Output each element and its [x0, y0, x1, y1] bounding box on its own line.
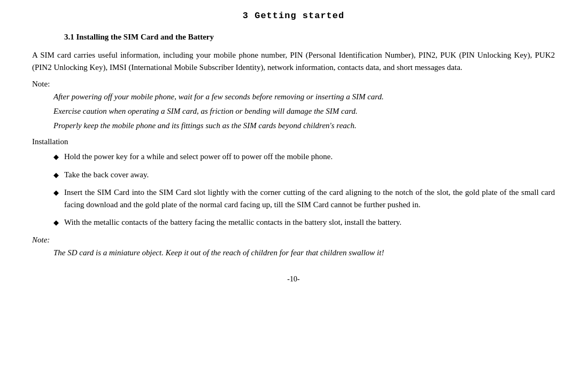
- bullet-text-4: With the metallic contacts of the batter…: [64, 216, 555, 229]
- italic-note-2: Exercise caution when operating a SIM ca…: [53, 105, 555, 117]
- note-label: Note:: [32, 80, 555, 89]
- bullet-diamond-1: ◆: [53, 152, 59, 162]
- bottom-note-block: Note: The SD card is a miniature object.…: [32, 236, 555, 259]
- installation-label: Installation: [32, 137, 555, 146]
- italic-note-1: After powering off your mobile phone, wa…: [53, 91, 555, 103]
- installation-list: ◆ Hold the power key for a while and sel…: [53, 151, 555, 229]
- bullet-text-2: Take the back cover away.: [64, 169, 555, 181]
- bullet-diamond-4: ◆: [53, 217, 59, 228]
- page-title: 3 Getting started: [32, 11, 555, 21]
- bottom-note-label: Note:: [32, 236, 555, 245]
- list-item: ◆ Take the back cover away.: [53, 169, 555, 181]
- page-number: -10-: [32, 275, 555, 284]
- bottom-note-content: The SD card is a miniature object. Keep …: [53, 247, 555, 259]
- list-item: ◆ Hold the power key for a while and sel…: [53, 151, 555, 163]
- bullet-text-3: Insert the SIM Card into the SIM Card sl…: [64, 186, 555, 211]
- italic-notes-block: After powering off your mobile phone, wa…: [32, 91, 555, 132]
- intro-paragraph: A SIM card carries useful information, i…: [32, 49, 555, 74]
- section-heading: 3.1 Installing the SIM Card and the Batt…: [64, 33, 555, 42]
- bullet-diamond-3: ◆: [53, 187, 59, 198]
- list-item: ◆ With the metallic contacts of the batt…: [53, 216, 555, 229]
- bullet-diamond-2: ◆: [53, 170, 59, 181]
- bullet-text-1: Hold the power key for a while and selec…: [64, 151, 555, 163]
- italic-note-3: Properly keep the mobile phone and its f…: [53, 120, 555, 132]
- list-item: ◆ Insert the SIM Card into the SIM Card …: [53, 186, 555, 211]
